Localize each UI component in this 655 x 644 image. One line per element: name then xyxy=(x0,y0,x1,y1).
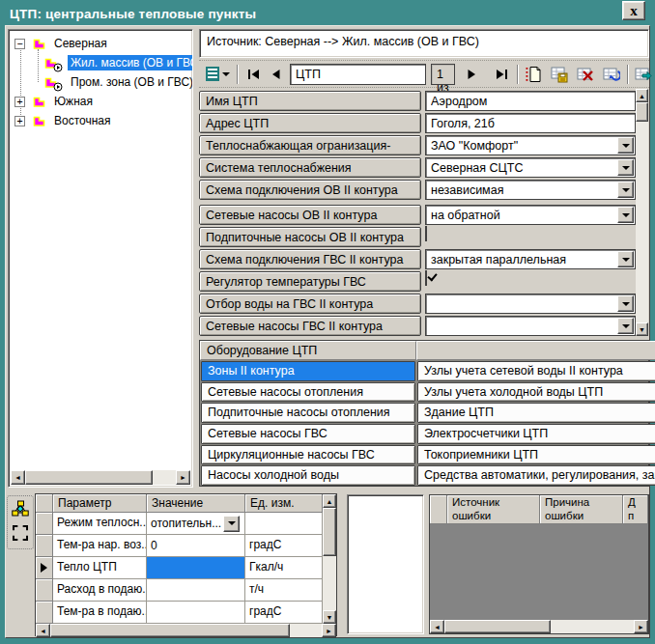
param-unit-cell[interactable]: Гкал/ч xyxy=(245,557,323,579)
scrollbar-thumb[interactable] xyxy=(636,102,648,122)
scroll-up-icon[interactable]: ▲ xyxy=(323,494,336,508)
equipment-item[interactable]: Зоны II контура xyxy=(201,361,415,381)
gvs-pumps-select[interactable] xyxy=(425,316,636,336)
dropdown-arrow-icon[interactable] xyxy=(617,182,634,198)
equipment-header-empty[interactable] xyxy=(416,341,655,360)
scrollbar-thumb[interactable] xyxy=(50,624,290,637)
post-edit-button[interactable] xyxy=(549,64,571,85)
errors-horizontal-scrollbar[interactable]: ◄ ► xyxy=(430,620,648,633)
dataset-menu-button[interactable] xyxy=(202,64,233,85)
expand-icon[interactable]: + xyxy=(14,116,25,126)
organization-select[interactable]: ЗАО "Комфорт" xyxy=(425,135,636,155)
equipment-item[interactable]: Насосы холодной воды xyxy=(201,465,415,486)
equipment-item[interactable]: Электросчетчики ЦТП xyxy=(417,424,655,444)
delete-record-button[interactable] xyxy=(575,64,597,85)
scrollbar-thumb[interactable] xyxy=(25,470,153,485)
params-vertical-scrollbar[interactable]: ▲ ▼ xyxy=(323,494,336,624)
equipment-header[interactable]: Оборудование ЦТП xyxy=(200,341,416,360)
scroll-right-icon[interactable]: ► xyxy=(176,470,190,485)
tree-item-vostochnaya[interactable]: + Восточная xyxy=(9,111,114,130)
tree-item-label[interactable]: Пром. зона (ОВ и ГВС) xyxy=(68,74,193,90)
prior-record-button[interactable] xyxy=(265,64,287,85)
scroll-up-icon[interactable]: ▲ xyxy=(636,89,648,102)
expand-icon[interactable]: + xyxy=(14,97,25,107)
title-bar[interactable]: ЦТП: центральные тепловые пункты xyxy=(6,4,649,23)
first-record-button[interactable] xyxy=(242,64,265,85)
row-selector[interactable] xyxy=(36,513,53,535)
gvs-scheme-select[interactable]: закрытая параллельная xyxy=(425,249,636,269)
tree-item-label[interactable]: Южная xyxy=(51,94,96,109)
row-selector[interactable] xyxy=(36,579,53,602)
tree-item-label[interactable]: Восточная xyxy=(51,113,114,128)
column-header-error-cause[interactable]: Причинаошибки xyxy=(540,495,623,524)
equipment-item[interactable]: Сетевые насосы отопления xyxy=(201,382,415,403)
address-input[interactable] xyxy=(425,113,636,133)
collapse-icon[interactable]: − xyxy=(14,39,25,49)
param-unit-cell[interactable]: т/ч xyxy=(245,579,323,602)
scroll-left-icon[interactable]: ◄ xyxy=(430,620,444,633)
tree-item-prom-zona[interactable]: Пром. зона (ОВ и ГВС) xyxy=(9,72,193,92)
param-unit-cell[interactable]: градС xyxy=(245,535,323,557)
param-value-cell[interactable] xyxy=(147,602,245,624)
show-scheme-button[interactable] xyxy=(10,498,31,519)
dropdown-arrow-icon[interactable] xyxy=(617,318,634,334)
scrollbar-thumb[interactable] xyxy=(323,508,336,556)
equipment-item[interactable]: Подпиточные насосы отопления xyxy=(201,403,415,423)
param-value-cell[interactable] xyxy=(147,579,245,602)
param-name-cell[interactable]: Тем-ра в подаю... xyxy=(53,602,147,624)
param-unit-cell[interactable]: градС xyxy=(245,602,323,624)
row-selector[interactable] xyxy=(36,602,53,624)
errors-grid-body[interactable] xyxy=(430,524,648,620)
param-value-cell[interactable] xyxy=(147,557,245,579)
last-record-button[interactable] xyxy=(491,64,513,85)
equipment-item[interactable]: Средства автоматики, регулирования, защи… xyxy=(417,465,655,486)
ov-pumps-select[interactable]: на обратной xyxy=(425,205,636,225)
equipment-item[interactable]: Токоприемники ЦТП xyxy=(417,445,655,465)
scroll-right-icon[interactable]: ► xyxy=(322,624,336,637)
param-name-cell[interactable]: Тем-ра нар. воз... xyxy=(53,535,147,557)
form-vertical-scrollbar[interactable]: ▲ ▼ xyxy=(636,89,648,336)
scrollbar-track[interactable] xyxy=(551,620,634,633)
scrollbar-track[interactable] xyxy=(153,470,176,485)
tree-item-label[interactable]: Северная xyxy=(51,36,110,51)
column-header-clipped[interactable]: Дп xyxy=(623,495,648,524)
refresh-button[interactable] xyxy=(633,64,655,85)
close-button[interactable]: x xyxy=(622,1,645,20)
param-name-cell[interactable]: Режим теплосн... xyxy=(53,513,147,535)
dropdown-arrow-icon[interactable] xyxy=(223,516,240,532)
scrollbar-track[interactable] xyxy=(636,122,648,322)
scroll-down-icon[interactable]: ▼ xyxy=(323,610,336,624)
gvs-water-select[interactable] xyxy=(425,294,636,314)
equipment-item[interactable]: Циркуляционные насосы ГВС xyxy=(201,445,415,465)
dropdown-arrow-icon[interactable] xyxy=(617,251,634,267)
param-name-cell[interactable]: Расход в подаю... xyxy=(53,579,147,602)
row-selector[interactable] xyxy=(36,557,53,579)
scrollbar-track[interactable] xyxy=(290,624,322,637)
heat-system-select[interactable]: Северная СЦТС xyxy=(425,157,636,178)
param-value-cell[interactable]: 0 xyxy=(147,535,245,557)
error-source-listbox[interactable] xyxy=(347,494,424,634)
name-input[interactable] xyxy=(425,91,636,111)
dropdown-arrow-icon[interactable] xyxy=(617,159,634,176)
scroll-left-icon[interactable]: ◄ xyxy=(36,624,50,637)
equipment-item[interactable]: Сетевые насосы ГВС xyxy=(201,424,415,444)
dropdown-arrow-icon[interactable] xyxy=(617,295,634,312)
equipment-item[interactable]: Узлы учета сетевой воды II контура xyxy=(417,361,655,381)
next-record-button[interactable] xyxy=(461,64,483,85)
entity-name-input[interactable] xyxy=(290,64,426,85)
equipment-item[interactable]: Узлы учета холодной воды ЦТП xyxy=(417,382,655,403)
ov-scheme-select[interactable]: независимая xyxy=(425,180,636,200)
column-header-param[interactable]: Параметр xyxy=(53,494,147,513)
tree-item-zhil-massiv[interactable]: Жил. массив (ОВ и ГВС) xyxy=(9,53,193,72)
dropdown-arrow-icon[interactable] xyxy=(617,207,634,223)
scroll-right-icon[interactable]: ► xyxy=(634,620,648,633)
dropdown-arrow-icon[interactable] xyxy=(617,137,634,154)
cancel-edit-button[interactable] xyxy=(601,64,623,85)
param-unit-cell[interactable] xyxy=(245,513,323,535)
tree-item-yuzhnaya[interactable]: + Южная xyxy=(9,92,96,111)
insert-record-button[interactable] xyxy=(523,64,545,85)
column-header-error-source[interactable]: Источникошибки xyxy=(447,495,540,524)
tree-item-label[interactable]: Жил. массив (ОВ и ГВС) xyxy=(68,55,193,70)
equipment-item[interactable]: Здание ЦТП xyxy=(417,403,655,423)
makeup-pumps-checkbox[interactable] xyxy=(425,226,427,241)
